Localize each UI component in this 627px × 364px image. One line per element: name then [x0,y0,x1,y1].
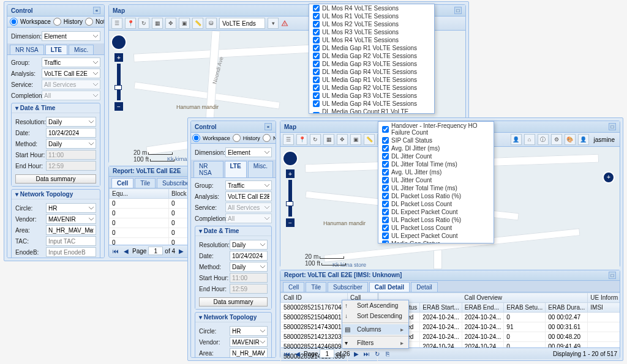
checklist-item[interactable]: Handover - Inter-Frequency HO Failure Co… [378,122,494,136]
pager-page-input[interactable] [148,247,163,255]
analysis2-select[interactable]: VoLTE Call E2E [225,191,272,201]
checklist-item[interactable]: DL Media Gap R1 VoLTE Sessions [309,44,434,52]
checklist-item[interactable]: DL Packet Loss Ratio (%) [378,192,494,200]
checklist-checkbox[interactable] [313,92,320,99]
tab2-subscriber[interactable]: Subscriber [328,282,368,292]
grid2-icon[interactable]: ▦ [323,134,334,145]
sort-asc-item[interactable]: ↑Sort Ascending [342,300,408,311]
select2-icon[interactable]: ▣ [350,134,361,145]
zoom-handle[interactable] [115,85,122,90]
pager2-next-icon[interactable]: ▶ [352,349,361,358]
settings-icon[interactable]: ⚙ [551,134,562,145]
col-callid[interactable]: Call ID [281,293,348,303]
area-select[interactable]: N_HR_MAV_Mahendrag [46,225,96,235]
table-row[interactable]: Unspecified2024-10-24...2024-10-24...000… [379,332,620,342]
tab-misc[interactable]: Misc. [69,45,94,54]
resolution-select[interactable]: Daily [46,117,96,127]
tab2-tile[interactable]: Tile [306,282,326,292]
layers2-icon[interactable]: ☰ [283,134,294,145]
checklist-item[interactable]: Avg. Dl Jitter (ms) [378,144,494,152]
checklist-checkbox[interactable] [313,61,320,67]
table-row[interactable]: Normal2024-10-24...2024-10-24...000 09:4… [379,342,620,348]
checklist-item[interactable]: DL Jitter Count [378,152,494,160]
sessions-checklist[interactable]: DL Mos R4 VoLTE SessionsUL Mos R1 VoLTE … [309,4,435,114]
checklist-item[interactable]: DL Jitter Total Time (ms) [378,160,494,168]
checklist-item[interactable]: UL Mos R3 VoLTE Sessions [309,28,434,36]
tab-nrnsa[interactable]: NR NSA [10,45,44,54]
tac-input[interactable] [46,236,96,246]
sort-desc-item[interactable]: ↓Sort Descending [342,311,408,321]
pin-icon[interactable]: 📍 [125,18,136,29]
checklist-item[interactable]: SIP Call Status [378,136,494,144]
checklist-checkbox[interactable] [313,5,320,12]
maplayer-select[interactable]: VoLTE Ends [219,18,265,29]
pager2-refresh-icon[interactable]: ↻ [373,349,381,358]
tab-lte[interactable]: LTE [45,45,67,54]
area2-select[interactable]: N_HR_MAV_Mahendrag [230,348,268,358]
vendor-select[interactable]: MAVENIR [46,214,96,224]
columns-item[interactable]: ▤Columns▸ [342,324,408,335]
data-summary-button[interactable]: Data summary [15,174,96,184]
checklist-item[interactable]: UL Mos R4 VoLTE Sessions [309,36,434,44]
pager2-first-icon[interactable]: ⏮ [283,349,291,358]
checklist-item[interactable]: DL Media Gap R2 VoLTE Sessions [309,52,434,60]
refresh2-icon[interactable]: ↻ [310,134,321,145]
pager2-last-icon[interactable]: ⏭ [362,349,371,358]
tab2-calldetail[interactable]: Call Detail [369,282,410,292]
checklist-item[interactable]: DL Mos R4 VoLTE Sessions [309,4,434,12]
circle2-select[interactable]: HR [230,326,268,336]
dropdown-icon[interactable]: ▾ [268,18,279,29]
tab2-nrnsa[interactable]: NR NSA [193,161,223,177]
pan-control[interactable] [111,34,127,50]
vendor2-select[interactable]: MAVENIR [230,337,268,347]
map2-add-icon[interactable]: + [603,171,615,184]
measure2-icon[interactable]: 📏 [364,134,375,145]
grid-icon[interactable]: ▦ [152,18,163,29]
col-header[interactable]: IMSI [588,303,620,313]
pan2-icon[interactable]: ✥ [337,134,348,145]
tab2-cell[interactable]: Cell [283,282,304,292]
checklist-checkbox[interactable] [313,112,320,114]
pan2-control[interactable] [282,150,298,166]
checklist-checkbox[interactable] [382,185,389,191]
table-row[interactable]: Unspecified2024-10-24...2024-10-24...910… [379,322,620,332]
checklist-item[interactable]: DL Expect Packet Count [378,208,494,216]
checklist-checkbox[interactable] [313,76,320,83]
workspace2-radio[interactable] [192,134,200,142]
zoom2-track[interactable] [288,180,292,217]
checklist-checkbox[interactable] [313,100,320,107]
pager2-export-icon[interactable]: ⎘ [383,349,392,358]
checklist-checkbox[interactable] [313,84,320,91]
method2-select[interactable]: Daily [230,262,268,272]
zoom2-handle[interactable] [286,201,293,206]
workspace-radio[interactable] [10,18,18,26]
pager2-page-input[interactable] [320,349,334,358]
checklist-checkbox[interactable] [313,29,320,35]
enodeb-input[interactable] [46,247,96,257]
pager-next-icon[interactable]: ▶ [177,247,186,255]
layers-icon[interactable]: ☰ [111,18,122,29]
tab-tile[interactable]: Tile [135,178,156,188]
tab2-misc[interactable]: Misc. [248,161,273,177]
analysis-select[interactable]: VoLTE Call E2E [42,69,100,78]
zoom-in-icon[interactable]: + [115,53,123,62]
group-select[interactable]: Traffic [42,58,100,67]
tab-cell[interactable]: Cell [111,178,133,188]
circle-select[interactable]: HR [46,203,96,213]
pager-prev-icon[interactable]: ◀ [122,247,130,255]
checklist-item[interactable]: UL Packet Loss Count [378,224,494,232]
checklist-checkbox[interactable] [313,13,320,20]
zoom-track[interactable] [117,64,121,100]
info-icon[interactable]: ⓘ [538,134,549,145]
checklist-item[interactable]: UL Media Gap R2 VoLTE Sessions [309,84,434,92]
checklist-checkbox[interactable] [382,169,389,176]
col-header[interactable]: ERAB Setu... [504,303,546,313]
checklist-checkbox[interactable] [313,21,320,28]
checklist-checkbox[interactable] [382,217,389,223]
history2-radio[interactable] [233,134,241,142]
checklist-checkbox[interactable] [382,126,389,133]
checklist-item[interactable]: UL Media Gap R1 VoLTE Sessions [309,76,434,84]
checklist-checkbox[interactable] [382,209,389,215]
column-context-menu[interactable]: ↑Sort Ascending ↓Sort Descending ▤Column… [342,300,409,349]
map2-max-icon[interactable]: □ [609,123,616,130]
